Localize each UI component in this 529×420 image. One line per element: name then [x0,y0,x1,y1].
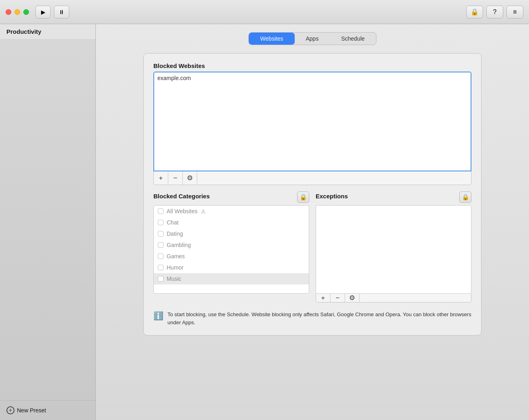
hamburger-icon: ≡ [513,8,517,16]
maximize-button[interactable] [23,9,29,15]
category-label: Chat [167,219,179,226]
category-label: Music [167,276,182,282]
category-label: Gambling [167,242,191,248]
humor-checkbox[interactable] [158,265,163,270]
lock-button[interactable]: 🔒 [466,6,483,19]
list-item[interactable]: Dating [154,228,309,239]
exceptions-list [316,205,471,294]
categories-title: Blocked Categories [153,193,210,200]
play-icon: ▶ [41,9,45,15]
pause-icon: ⏸ [59,9,64,15]
tabs-container: Websites Apps Schedule [248,32,376,45]
two-col-section: Blocked Categories 🔒 All Websites ⚠ [153,191,471,303]
minimize-button[interactable] [14,9,20,15]
tab-schedule[interactable]: Schedule [330,33,376,45]
category-label: All Websites [167,208,198,214]
music-checkbox[interactable] [158,276,163,282]
warning-icon: ⚠ [201,208,206,214]
exceptions-header: Exceptions 🔒 [316,191,471,203]
help-icon: ? [493,8,497,16]
chat-checkbox[interactable] [158,220,163,225]
add-exception-button[interactable]: + [316,294,331,302]
info-bar: ℹ️ To start blocking, use the Schedule. … [153,309,471,328]
blocked-websites-input[interactable]: example.com [154,72,471,169]
blocked-categories-section: Blocked Categories 🔒 All Websites ⚠ [153,191,309,303]
websites-toolbar: + − ⚙ [153,171,471,185]
category-label: Dating [167,231,183,237]
list-item[interactable]: Music [154,273,309,284]
new-preset-label: New Preset [17,407,46,414]
exceptions-section: Exceptions 🔒 + − ⚙ [316,191,471,303]
categories-lock-button[interactable]: 🔒 [297,191,309,203]
menu-button[interactable]: ≡ [506,6,523,19]
sidebar: Productivity + New Preset [0,24,96,420]
all-websites-checkbox[interactable] [158,208,163,214]
category-label: Games [167,253,185,259]
websites-input-area-wrapper: example.com [153,72,471,171]
gambling-checkbox[interactable] [158,242,163,248]
blocked-websites-title: Blocked Websites [153,62,471,69]
info-icon: ℹ️ [153,311,163,321]
traffic-lights [6,9,29,15]
websites-input-wrapper: example.com + − ⚙ [153,72,471,185]
content-card: Blocked Websites example.com + − ⚙ [143,53,481,336]
right-panel: Websites Apps Schedule Blocked Websites … [96,24,529,420]
websites-gear-button[interactable]: ⚙ [183,171,197,185]
categories-header: Blocked Categories 🔒 [153,191,309,203]
tab-websites[interactable]: Websites [249,33,294,45]
tab-apps[interactable]: Apps [295,33,330,45]
new-preset-button[interactable]: + New Preset [0,400,95,420]
new-preset-icon: + [6,406,14,414]
lock-icon: 🔒 [471,8,479,16]
titlebar-buttons: ▶ ⏸ [35,6,69,19]
add-website-button[interactable]: + [154,171,168,185]
exceptions-gear-button[interactable]: ⚙ [345,294,360,302]
list-item[interactable]: Games [154,251,309,262]
list-item[interactable]: All Websites ⚠ [154,206,309,217]
close-button[interactable] [6,9,11,15]
exceptions-title: Exceptions [316,193,348,200]
exceptions-lock-icon: 🔒 [462,194,469,201]
help-button[interactable]: ? [486,6,503,19]
main-content: Productivity + New Preset Websites Apps … [0,24,529,420]
remove-exception-button[interactable]: − [331,294,345,302]
dating-checkbox[interactable] [158,231,163,237]
remove-website-button[interactable]: − [168,171,183,185]
list-item[interactable]: Chat [154,217,309,228]
categories-list: All Websites ⚠ Chat Dating [153,205,309,294]
games-checkbox[interactable] [158,253,163,259]
list-item[interactable]: Gambling [154,239,309,251]
category-label: Humor [167,264,184,271]
sidebar-item-productivity[interactable]: Productivity [0,24,95,39]
list-item[interactable]: Humor [154,262,309,273]
play-button[interactable]: ▶ [35,6,51,19]
pause-button[interactable]: ⏸ [54,6,69,19]
blocked-websites-section: Blocked Websites example.com + − ⚙ [153,62,471,185]
exceptions-lock-button[interactable]: 🔒 [459,191,471,203]
info-text: To start blocking, use the Schedule. Web… [167,311,471,326]
titlebar-right: 🔒 ? ≡ [466,6,523,19]
categories-lock-icon: 🔒 [300,194,307,201]
titlebar: ▶ ⏸ 🔒 ? ≡ [0,0,529,24]
exceptions-toolbar: + − ⚙ [316,294,471,303]
